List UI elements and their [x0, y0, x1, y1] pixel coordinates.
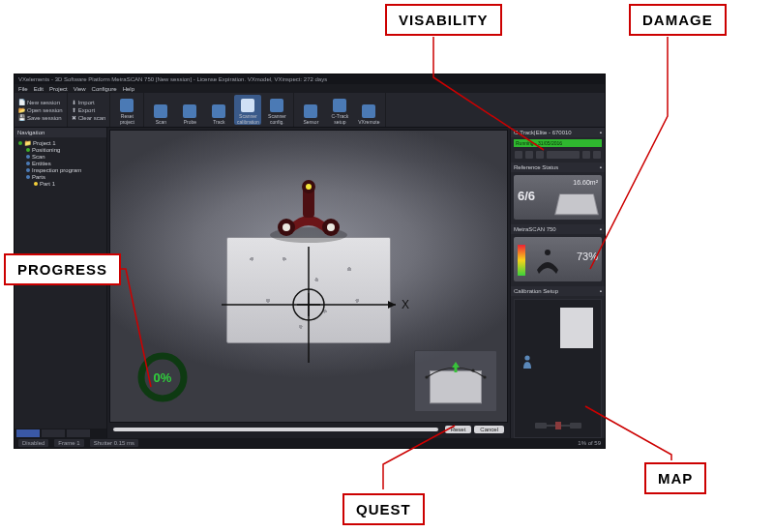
probe-tool-icon[interactable] — [525, 151, 533, 159]
window-title-text: VXelements - 3D Software Platform MetraS… — [18, 76, 327, 82]
collapse-icon[interactable]: ▪ — [600, 164, 602, 170]
nav-node-positioning[interactable]: Positioning — [18, 147, 103, 153]
device-name-text: C-Track|Elite - 670010 — [514, 130, 572, 135]
calibration-setup-map — [514, 299, 602, 438]
annotation-damage: DAMAGE — [629, 4, 727, 36]
reference-count-text: 6/6 — [518, 189, 535, 203]
viewport-container: X 0% — [107, 128, 510, 438]
ctrack-device-icon — [535, 420, 581, 431]
navigation-panel-title: Navigation — [15, 128, 106, 137]
annotation-map: MAP — [644, 462, 706, 494]
status-disabled: Disabled — [18, 439, 48, 447]
scanner-thumb-icon — [531, 247, 564, 276]
status-shutter: Shutter 0.15 ms — [90, 439, 138, 447]
reference-plate-thumb-icon — [554, 194, 599, 216]
quest-arc-icon — [423, 362, 489, 381]
ribbon-probe-button[interactable]: Probe — [176, 95, 203, 125]
annotation-progress: PROGRESS — [4, 253, 121, 285]
ribbon-toolbar: 📄New session 📂Open session 💾Save session… — [15, 93, 605, 128]
metrascan-card: 73% — [514, 237, 602, 281]
viewport-scrollbar[interactable] — [113, 428, 438, 431]
status-right-pct: 1% of 59 — [578, 440, 601, 446]
svg-point-18 — [483, 376, 486, 379]
ribbon-clear-scan[interactable]: ✖Clear scan — [72, 114, 106, 121]
menu-edit[interactable]: Edit — [34, 86, 44, 92]
reference-area-text: 16.60m² — [573, 179, 598, 186]
ribbon-vxremote-button[interactable]: VXremote — [355, 95, 382, 125]
svg-rect-26 — [555, 422, 561, 429]
reference-status-card: 6/6 16.60m² — [514, 175, 602, 220]
menu-bar: File Edit Project View Configure Help — [15, 84, 605, 93]
nav-node-scan[interactable]: Scan — [18, 154, 103, 160]
svg-point-17 — [471, 369, 474, 372]
svg-rect-23 — [535, 423, 547, 429]
ribbon-scan-button[interactable]: Scan — [147, 95, 174, 125]
status-frame: Frame 1 — [54, 439, 83, 447]
device-header: C-Track|Elite - 670010 ▪ — [511, 128, 605, 137]
nav-node-project[interactable]: 📁Project 1 — [18, 139, 103, 146]
refresh-tool-icon[interactable] — [593, 151, 601, 159]
ribbon-ctrack-setup-button[interactable]: C-Track setup — [326, 95, 353, 125]
nav-node-parts[interactable]: Parts — [18, 174, 103, 180]
menu-project[interactable]: Project — [49, 86, 68, 92]
ribbon-scanner-config-button[interactable]: Scanner config. — [263, 95, 290, 125]
device-tool-icons — [511, 149, 605, 161]
menu-view[interactable]: View — [74, 86, 86, 92]
device-status-bar: Running - 31/05/2016 — [514, 139, 602, 147]
svg-point-7 — [327, 223, 335, 231]
ribbon-track-button[interactable]: Track — [205, 95, 232, 125]
svg-point-15 — [425, 376, 428, 379]
nav-node-entities[interactable]: Entities — [18, 161, 103, 166]
person-icon — [522, 355, 532, 369]
svg-point-22 — [524, 355, 529, 360]
metrascan-header: MetraSCAN 750▪ — [511, 224, 605, 234]
visibility-percent-text: 73% — [577, 251, 598, 262]
scanner-model — [255, 177, 362, 245]
ribbon-import[interactable]: ⬇Import — [72, 99, 106, 105]
cancel-button[interactable]: Cancel — [474, 426, 504, 433]
collapse-icon[interactable]: ▪ — [600, 226, 602, 232]
ribbon-save-session[interactable]: 💾Save session — [18, 114, 63, 121]
svg-point-5 — [283, 223, 290, 231]
reference-status-header: Reference Status▪ — [511, 163, 605, 172]
svg-rect-20 — [455, 367, 458, 372]
ribbon-open-session[interactable]: 📂Open session — [18, 106, 63, 113]
collapse-icon[interactable]: ▪ — [600, 288, 602, 294]
status-bar: Disabled Frame 1 Shutter 0.15 ms 1% of 5… — [15, 438, 605, 448]
menu-configure[interactable]: Configure — [92, 86, 117, 92]
window-titlebar: VXelements - 3D Software Platform MetraS… — [15, 74, 605, 84]
menu-file[interactable]: File — [18, 86, 28, 92]
ribbon-sensor-button[interactable]: Sensor — [297, 95, 324, 125]
progress-ring: 0% — [135, 350, 190, 404]
scanner-tool-icon[interactable] — [515, 151, 522, 159]
svg-point-21 — [545, 250, 551, 255]
collapse-icon[interactable]: ▪ — [600, 130, 602, 135]
visibility-gauge-icon — [518, 245, 525, 276]
ribbon-reset-project[interactable]: Reset project — [113, 95, 140, 125]
ribbon-scanner-calibration-button[interactable]: Scanner calibration — [234, 95, 261, 125]
svg-rect-24 — [570, 423, 581, 429]
calibration-plate — [226, 237, 391, 343]
svg-point-3 — [306, 184, 312, 190]
nav-node-part1[interactable]: Part 1 — [18, 181, 103, 187]
viewport-3d[interactable]: X 0% — [109, 130, 508, 423]
navigation-bottom-tabs[interactable] — [15, 429, 106, 438]
navigation-tree: 📁Project 1 Positioning Scan Entities Ins… — [15, 137, 106, 189]
device-side-panel: C-Track|Elite - 670010 ▪ Running - 31/05… — [510, 128, 605, 438]
wrench-tool-icon[interactable] — [536, 151, 544, 159]
annotation-visability: VISABILITY — [385, 4, 502, 36]
ribbon-group-io: ⬇Import ⬆Export ✖Clear scan — [68, 93, 111, 127]
ribbon-new-session[interactable]: 📄New session — [18, 99, 63, 105]
menu-help[interactable]: Help — [123, 86, 134, 92]
viewport-footer: Reset Cancel — [109, 423, 508, 436]
axis-x-label: X — [402, 298, 409, 311]
calibration-map-plate — [560, 308, 593, 348]
ribbon-group-session: 📄New session 📂Open session 💾Save session — [15, 93, 68, 127]
reset-button[interactable]: Reset — [445, 426, 472, 433]
nav-node-inspection-program[interactable]: Inspection program — [18, 167, 103, 173]
sound-tool-icon[interactable] — [582, 151, 590, 159]
ribbon-export[interactable]: ⬆Export — [72, 106, 106, 113]
quest-panel — [414, 350, 497, 412]
progress-percent-text: 0% — [135, 350, 190, 404]
calibration-setup-header: Calibration Setup▪ — [511, 286, 605, 296]
